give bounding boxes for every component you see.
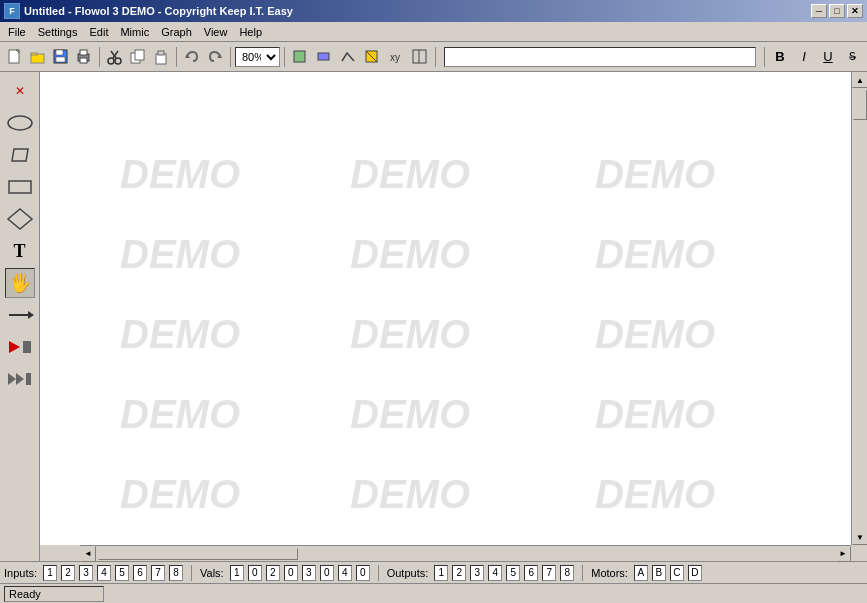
svg-point-12 <box>108 58 114 64</box>
output-6: 6 <box>524 565 538 581</box>
val-5: 3 <box>302 565 316 581</box>
menu-graph[interactable]: Graph <box>155 22 198 41</box>
maximize-button[interactable]: □ <box>829 4 845 18</box>
watermark-9: DEMO <box>595 312 715 357</box>
input-3: 3 <box>79 565 93 581</box>
strikethrough-button[interactable]: S̶ <box>841 46 863 68</box>
motor-d: D <box>688 565 702 581</box>
menu-mimic[interactable]: Mimic <box>114 22 155 41</box>
text-tool[interactable]: T <box>5 236 35 266</box>
svg-marker-28 <box>12 149 28 161</box>
watermark-14: DEMO <box>350 472 470 517</box>
output-1: 1 <box>434 565 448 581</box>
main-area: ✕ T 🖐 <box>0 72 867 561</box>
run-button[interactable] <box>5 332 35 362</box>
svg-rect-5 <box>56 50 63 55</box>
flowchart-btn6[interactable] <box>409 46 431 68</box>
svg-marker-30 <box>8 209 32 229</box>
watermark-8: DEMO <box>350 312 470 357</box>
output-3: 3 <box>470 565 484 581</box>
watermark-11: DEMO <box>350 392 470 437</box>
step-button[interactable] <box>5 364 35 394</box>
input-7: 7 <box>151 565 165 581</box>
flowchart-btn5[interactable]: xy <box>385 46 407 68</box>
close-tool[interactable]: ✕ <box>5 76 35 106</box>
svg-rect-9 <box>80 58 87 63</box>
flowchart-btn4[interactable] <box>361 46 383 68</box>
menu-file[interactable]: File <box>2 22 32 41</box>
scroll-track-h[interactable] <box>96 548 835 560</box>
save-button[interactable] <box>50 46 72 68</box>
scroll-thumb-v[interactable] <box>853 90 867 120</box>
vals-label: Vals: <box>200 567 224 579</box>
svg-rect-34 <box>23 341 31 353</box>
menu-edit[interactable]: Edit <box>83 22 114 41</box>
rectangle-tool[interactable] <box>5 172 35 202</box>
status-text: Ready <box>4 586 104 602</box>
copy-button[interactable] <box>127 46 149 68</box>
flowchart-btn1[interactable] <box>289 46 311 68</box>
vertical-scrollbar[interactable]: ▲ ▼ <box>851 72 867 545</box>
input-1: 1 <box>43 565 57 581</box>
val-1: 1 <box>230 565 244 581</box>
scroll-right-button[interactable]: ► <box>835 546 851 562</box>
scroll-left-button[interactable]: ◄ <box>80 546 96 562</box>
svg-rect-3 <box>31 53 37 55</box>
val-7: 4 <box>338 565 352 581</box>
bold-button[interactable]: B <box>769 46 791 68</box>
paste-button[interactable] <box>150 46 172 68</box>
minimize-button[interactable]: ─ <box>811 4 827 18</box>
svg-rect-37 <box>26 373 31 385</box>
output-5: 5 <box>506 565 520 581</box>
app-icon: F <box>4 3 20 19</box>
print-button[interactable] <box>73 46 95 68</box>
watermark-1: DEMO <box>120 152 240 197</box>
arrow-tool[interactable] <box>5 300 35 330</box>
menu-settings[interactable]: Settings <box>32 22 84 41</box>
svg-rect-20 <box>294 51 305 62</box>
new-button[interactable] <box>4 46 26 68</box>
canvas[interactable]: DEMO DEMO DEMO DEMO DEMO DEMO DEMO DEMO … <box>40 72 851 545</box>
underline-button[interactable]: U <box>817 46 839 68</box>
diamond-tool[interactable] <box>5 204 35 234</box>
redo-button[interactable] <box>204 46 226 68</box>
svg-rect-6 <box>56 57 65 62</box>
zoom-select[interactable]: 80% 100% 150% <box>235 47 280 67</box>
undo-button[interactable] <box>181 46 203 68</box>
formula-input[interactable] <box>444 47 756 67</box>
open-button[interactable] <box>27 46 49 68</box>
scroll-track-v[interactable] <box>852 88 867 529</box>
input-4: 4 <box>97 565 111 581</box>
horizontal-scrollbar[interactable]: ◄ ► <box>80 545 851 561</box>
menu-bar: File Settings Edit Mimic Graph View Help <box>0 22 867 42</box>
flowchart-btn2[interactable] <box>313 46 335 68</box>
parallelogram-tool[interactable] <box>5 140 35 170</box>
motor-b: B <box>652 565 666 581</box>
svg-rect-8 <box>80 50 87 55</box>
svg-text:xy: xy <box>390 52 400 63</box>
watermark-10: DEMO <box>120 392 240 437</box>
toolbar: 80% 100% 150% xy B I U S̶ <box>0 42 867 72</box>
hand-tool[interactable]: 🖐 <box>5 268 35 298</box>
menu-view[interactable]: View <box>198 22 234 41</box>
cut-button[interactable] <box>104 46 126 68</box>
val-6: 0 <box>320 565 334 581</box>
motors-label: Motors: <box>591 567 628 579</box>
input-5: 5 <box>115 565 129 581</box>
watermark-13: DEMO <box>120 472 240 517</box>
window-controls[interactable]: ─ □ ✕ <box>811 4 863 18</box>
scroll-up-button[interactable]: ▲ <box>852 72 867 88</box>
output-7: 7 <box>542 565 556 581</box>
italic-button[interactable]: I <box>793 46 815 68</box>
close-button[interactable]: ✕ <box>847 4 863 18</box>
motor-a: A <box>634 565 648 581</box>
input-6: 6 <box>133 565 147 581</box>
inputs-bar: Inputs: 1 2 3 4 5 6 7 8 Vals: 1 0 2 0 3 … <box>0 561 867 583</box>
flowchart-btn3[interactable] <box>337 46 359 68</box>
scroll-thumb-h[interactable] <box>98 548 298 560</box>
watermark-container: DEMO DEMO DEMO DEMO DEMO DEMO DEMO DEMO … <box>40 72 851 545</box>
watermark-5: DEMO <box>350 232 470 277</box>
scroll-down-button[interactable]: ▼ <box>852 529 867 545</box>
menu-help[interactable]: Help <box>233 22 268 41</box>
oval-tool[interactable] <box>5 108 35 138</box>
